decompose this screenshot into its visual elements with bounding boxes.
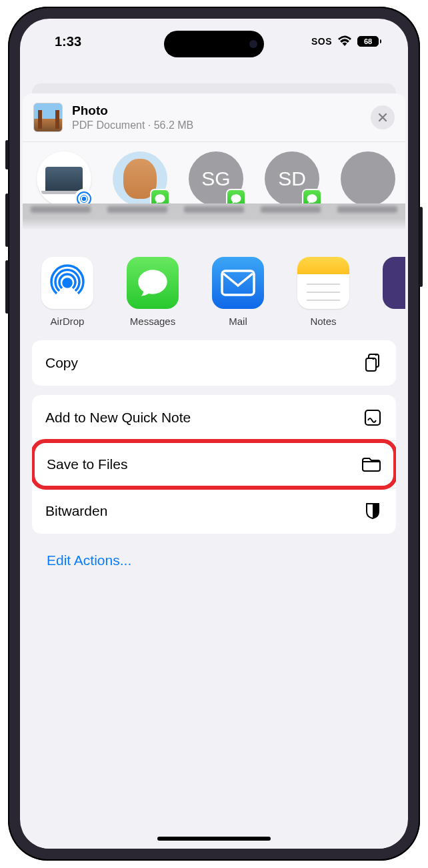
svg-rect-4	[365, 410, 380, 425]
bitwarden-icon	[363, 501, 383, 521]
document-thumbnail[interactable]	[33, 103, 63, 132]
status-time: 1:33	[55, 34, 81, 49]
edit-actions-link[interactable]: Edit Actions...	[32, 543, 396, 578]
quick-note-icon	[363, 408, 383, 428]
actions-list: Copy Add to New Quick Note	[23, 334, 405, 584]
screen: 1:33 SOS 68 Photo PDF Document · 56.2 MB	[20, 19, 408, 849]
phone-frame: 1:33 SOS 68 Photo PDF Document · 56.2 MB	[8, 7, 420, 861]
svg-rect-1	[222, 271, 254, 295]
apps-row[interactable]: AirDrop Messages Mail	[23, 230, 405, 334]
document-subtitle: PDF Document · 56.2 MB	[72, 119, 361, 131]
sheet-header: Photo PDF Document · 56.2 MB	[23, 93, 405, 142]
close-button[interactable]	[371, 105, 395, 129]
volume-down-button[interactable]	[5, 260, 9, 314]
contact-item[interactable]: SG	[185, 151, 247, 206]
contact-item[interactable]: SD	[261, 151, 323, 206]
action-save-to-files[interactable]: Save to Files	[35, 443, 393, 486]
app-airdrop[interactable]: AirDrop	[32, 257, 103, 327]
svg-point-0	[63, 279, 71, 287]
mute-switch[interactable]	[5, 140, 9, 169]
notes-icon	[297, 257, 349, 309]
copy-icon	[363, 353, 383, 373]
action-copy[interactable]: Copy	[32, 340, 396, 386]
home-indicator[interactable]	[157, 837, 271, 841]
messages-icon	[127, 257, 179, 309]
highlight-annotation: Save to Files	[32, 439, 396, 490]
wifi-icon	[337, 34, 352, 49]
document-title: Photo	[72, 103, 361, 118]
contacts-row[interactable]: SG SD	[23, 142, 405, 206]
volume-up-button[interactable]	[5, 193, 9, 247]
dynamic-island	[164, 31, 264, 57]
app-notes[interactable]: Notes	[288, 257, 359, 327]
camera-dot	[249, 40, 257, 48]
share-sheet: Photo PDF Document · 56.2 MB	[23, 93, 405, 849]
blurred-contact-names	[23, 203, 405, 230]
app-messages[interactable]: Messages	[117, 257, 188, 327]
app-purple-icon	[383, 257, 405, 309]
laptop-icon	[45, 167, 83, 191]
app-mail[interactable]: Mail	[203, 257, 273, 327]
contact-item[interactable]	[109, 151, 171, 206]
airdrop-contact[interactable]	[33, 151, 95, 206]
action-quick-note[interactable]: Add to New Quick Note	[32, 395, 396, 440]
contact-item[interactable]	[337, 151, 399, 206]
power-button[interactable]	[419, 207, 423, 287]
battery-icon: 68	[357, 36, 381, 47]
folder-icon	[361, 454, 381, 474]
app-more[interactable]: J	[373, 257, 405, 327]
mail-icon	[212, 257, 264, 309]
sos-indicator: SOS	[311, 36, 332, 47]
action-bitwarden[interactable]: Bitwarden	[32, 488, 396, 534]
airdrop-icon	[41, 257, 93, 309]
svg-rect-3	[366, 358, 376, 371]
